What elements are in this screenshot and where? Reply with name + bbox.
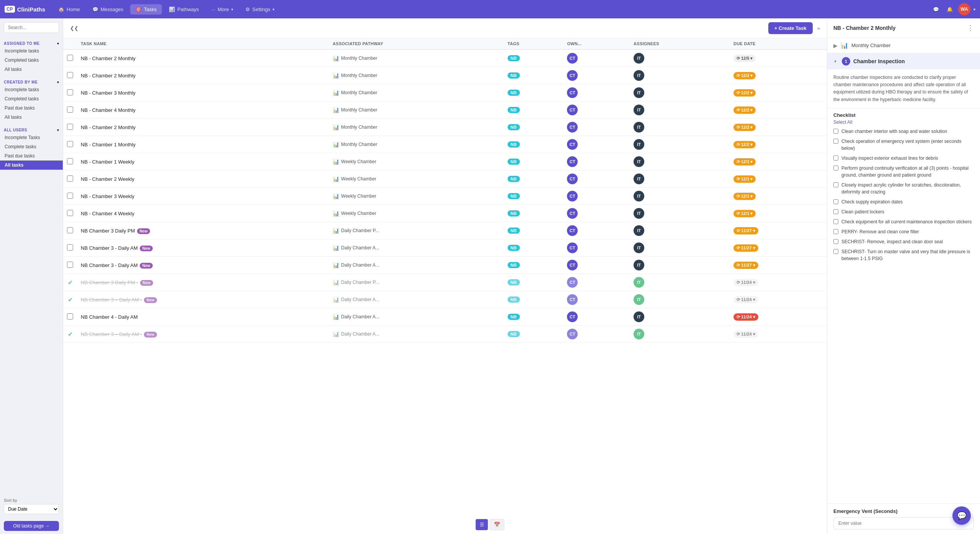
sidebar-item-all-complete[interactable]: Complete tasks bbox=[0, 142, 63, 151]
nav-messages[interactable]: 💬 Messages bbox=[87, 4, 129, 15]
task-checkbox[interactable] bbox=[67, 262, 73, 268]
task-checkbox[interactable] bbox=[67, 210, 73, 216]
assigned-to-me-header[interactable]: ASSIGNED TO ME ▾ bbox=[0, 40, 63, 46]
grid-view-btn[interactable]: 📅 bbox=[490, 519, 505, 530]
task-checkbox[interactable] bbox=[67, 244, 73, 251]
task-name-cell[interactable]: NB - Chamber 2 Monthly bbox=[81, 73, 136, 79]
task-name-cell[interactable]: NB - Chamber 4 Monthly bbox=[81, 107, 136, 113]
task-name-cell[interactable]: NB Chamber 3 – Daily AM -New bbox=[81, 331, 157, 337]
task-name-cell[interactable]: NB Chamber 3 - Daily AMNew bbox=[81, 262, 153, 268]
due-date-badge[interactable]: ⟳ 12/2 ▾ bbox=[733, 72, 756, 79]
collapse-sidebar-btn[interactable]: ❮❮ bbox=[69, 24, 80, 33]
checklist-checkbox[interactable] bbox=[833, 156, 838, 161]
sidebar-item-assigned-completed[interactable]: Completed tasks bbox=[0, 56, 63, 65]
chat-icon-btn[interactable]: 💬 bbox=[931, 4, 941, 15]
checkbox-checked[interactable]: ✔ bbox=[68, 279, 73, 286]
more-options-btn[interactable]: ⋮ bbox=[967, 24, 974, 32]
task-checkbox[interactable] bbox=[67, 313, 73, 319]
task-checkbox[interactable] bbox=[67, 141, 73, 147]
create-task-button[interactable]: + Create Task bbox=[768, 22, 813, 34]
sidebar-item-assigned-incomplete[interactable]: Incomplete tasks bbox=[0, 46, 63, 56]
task-name-cell[interactable]: NB - Chamber 4 Weekly bbox=[81, 211, 134, 216]
sidebar-item-created-incomplete[interactable]: Incomplete tasks bbox=[0, 85, 63, 94]
checklist-checkbox[interactable] bbox=[833, 199, 838, 204]
due-date-badge[interactable]: ⟳ 11/24 ▾ bbox=[733, 331, 758, 338]
due-date-badge[interactable]: ⟳ 11/24 ▾ bbox=[733, 296, 758, 303]
checklist-checkbox[interactable] bbox=[833, 182, 838, 187]
task-name-cell[interactable]: NB - Chamber 3 Monthly bbox=[81, 90, 136, 96]
due-date-badge[interactable]: ⟳ 11/24 ▾ bbox=[733, 279, 758, 286]
task-checkbox[interactable] bbox=[67, 193, 73, 199]
all-users-header[interactable]: ALL USERS ▾ bbox=[0, 126, 63, 133]
checklist-checkbox[interactable] bbox=[833, 209, 838, 214]
checklist-checkbox[interactable] bbox=[833, 249, 838, 254]
task-name-cell[interactable]: NB - Chamber 1 Weekly bbox=[81, 159, 134, 165]
due-date-badge[interactable]: ⟳ 12/2 ▾ bbox=[733, 141, 756, 148]
task-name-cell[interactable]: NB Chamber 3 Daily PM -New bbox=[81, 280, 153, 285]
checklist-checkbox[interactable] bbox=[833, 219, 838, 224]
task-name-cell[interactable]: NB - Chamber 2 Weekly bbox=[81, 176, 134, 182]
pathway-row[interactable]: ▶ 📊 Monthly Chamber bbox=[827, 38, 980, 53]
due-date-badge[interactable]: ⟳ 12/2 ▾ bbox=[733, 89, 756, 97]
checkbox-checked[interactable]: ✔ bbox=[68, 331, 73, 337]
expand-btn[interactable]: » bbox=[816, 24, 822, 33]
checkbox-checked[interactable]: ✔ bbox=[68, 296, 73, 303]
step-collapse-icon[interactable]: ▼ bbox=[833, 59, 837, 64]
task-name-cell[interactable]: NB Chamber 4 - Daily AM bbox=[81, 314, 138, 320]
select-all-link[interactable]: Select All bbox=[833, 120, 974, 125]
search-input[interactable] bbox=[4, 22, 59, 33]
task-checkbox[interactable] bbox=[67, 55, 73, 61]
due-date-badge[interactable]: ⟳ 11/27 ▾ bbox=[733, 262, 758, 269]
sidebar-item-created-past-due[interactable]: Past due tasks bbox=[0, 103, 63, 113]
sidebar-item-all-all[interactable]: All tasks bbox=[0, 161, 63, 170]
task-name-cell[interactable]: NB Chamber 3 - Daily AMNew bbox=[81, 245, 153, 251]
task-name-cell[interactable]: NB - Chamber 2 Monthly bbox=[81, 56, 136, 61]
task-checkbox[interactable] bbox=[67, 89, 73, 95]
due-date-badge[interactable]: ⟳ 12/1 ▾ bbox=[733, 193, 756, 200]
due-date-badge[interactable]: ⟳ 12/2 ▾ bbox=[733, 124, 756, 131]
created-by-me-header[interactable]: CREATED BY ME ▾ bbox=[0, 79, 63, 85]
sidebar-item-all-incomplete[interactable]: Incomplete Tasks bbox=[0, 133, 63, 142]
user-menu-chevron[interactable]: ▾ bbox=[973, 7, 975, 11]
chat-fab-button[interactable]: 💬 bbox=[952, 506, 971, 525]
due-date-badge[interactable]: ⟳ 12/5 ▾ bbox=[733, 55, 756, 62]
task-checkbox[interactable] bbox=[67, 175, 73, 182]
task-name-cell[interactable]: NB - Chamber 2 Monthly bbox=[81, 124, 136, 130]
nav-home[interactable]: 🏠 Home bbox=[53, 4, 85, 15]
notification-bell-btn[interactable]: 🔔 bbox=[944, 4, 955, 15]
task-name-cell[interactable]: NB - Chamber 1 Monthly bbox=[81, 142, 136, 147]
due-date-badge[interactable]: ⟳ 12/1 ▾ bbox=[733, 175, 756, 183]
task-name-cell[interactable]: NB Chamber 3 – Daily AM -New bbox=[81, 297, 157, 303]
sidebar-item-created-all[interactable]: All tasks bbox=[0, 113, 63, 122]
nav-more[interactable]: ··· More ▾ bbox=[206, 4, 238, 15]
task-name-cell[interactable]: NB Chamber 3 Daily PMNew bbox=[81, 228, 150, 234]
due-date-badge[interactable]: ⟳ 11/27 ▾ bbox=[733, 244, 758, 252]
task-checkbox[interactable] bbox=[67, 106, 73, 113]
task-name-cell[interactable]: NB - Chamber 3 Weekly bbox=[81, 193, 134, 199]
sidebar-item-all-past-due[interactable]: Past due tasks bbox=[0, 151, 63, 161]
old-tasks-btn[interactable]: Old tasks page → bbox=[4, 521, 59, 531]
user-avatar[interactable]: WA bbox=[958, 3, 970, 15]
sort-select[interactable]: Due Date Name Assignee bbox=[4, 504, 59, 514]
task-checkbox[interactable] bbox=[67, 72, 73, 78]
sidebar-item-assigned-all[interactable]: All tasks bbox=[0, 65, 63, 74]
task-checkbox[interactable] bbox=[67, 227, 73, 233]
task-checkbox[interactable] bbox=[67, 124, 73, 130]
task-checkbox[interactable] bbox=[67, 158, 73, 164]
checklist-checkbox[interactable] bbox=[833, 129, 838, 134]
nav-tasks[interactable]: 🎯 Tasks bbox=[130, 4, 162, 15]
sidebar-item-created-completed[interactable]: Completed tasks bbox=[0, 94, 63, 103]
checklist-checkbox[interactable] bbox=[833, 239, 838, 244]
nav-settings[interactable]: ⚙ Settings ▾ bbox=[240, 4, 280, 15]
checklist-checkbox[interactable] bbox=[833, 229, 838, 234]
due-date-badge[interactable]: ⟳ 12/1 ▾ bbox=[733, 210, 756, 217]
due-date-badge[interactable]: ⟳ 11/27 ▾ bbox=[733, 227, 758, 234]
checklist-checkbox[interactable] bbox=[833, 165, 838, 170]
due-date-badge[interactable]: ⟳ 12/2 ▾ bbox=[733, 106, 756, 114]
nav-pathways[interactable]: 📊 Pathways bbox=[163, 4, 204, 15]
list-view-btn[interactable]: ☰ bbox=[476, 519, 488, 530]
due-date-badge[interactable]: ⟳ 11/24 ▾ bbox=[733, 313, 758, 321]
checklist-checkbox[interactable] bbox=[833, 139, 838, 144]
app-logo[interactable]: CP CliniPaths bbox=[5, 6, 45, 13]
due-date-badge[interactable]: ⟳ 12/1 ▾ bbox=[733, 158, 756, 165]
